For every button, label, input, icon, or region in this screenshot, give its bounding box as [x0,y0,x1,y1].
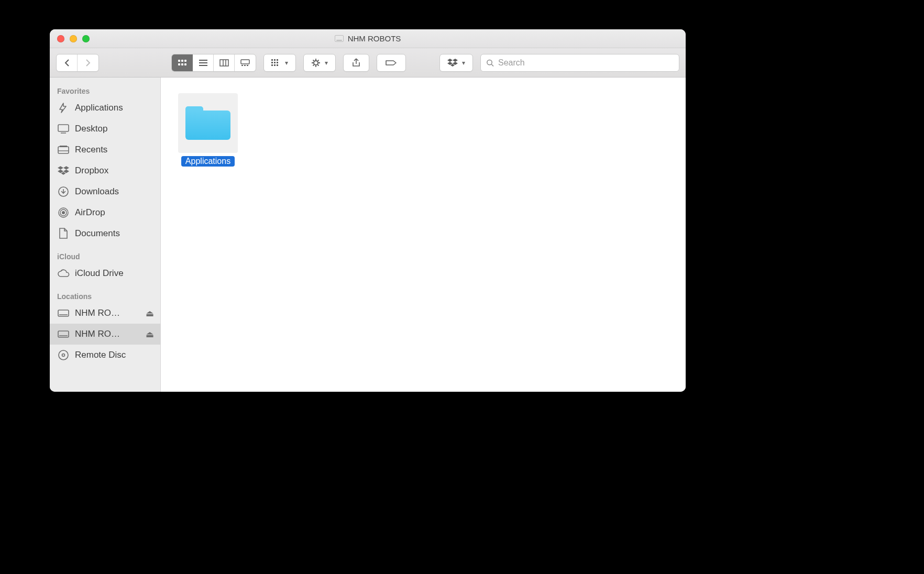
gear-icon [311,58,321,68]
recents-icon [57,144,70,156]
eject-icon[interactable]: ⏏ [145,329,155,340]
svg-rect-57 [58,331,69,337]
svg-marker-46 [58,166,63,170]
list-view-button[interactable] [193,54,214,71]
svg-rect-9 [220,60,228,66]
svg-rect-4 [181,63,183,65]
close-button[interactable] [57,35,64,42]
dropbox-toolbar-button[interactable]: ▾ [439,54,473,72]
svg-rect-43 [58,147,69,153]
action-menu-button[interactable]: ▾ [303,54,336,72]
finder-window: NHM ROBOTS [50,29,686,392]
sidebar-item-label: Downloads [75,186,119,197]
svg-rect-22 [271,64,273,66]
forward-button[interactable] [78,54,98,71]
svg-rect-12 [241,60,249,64]
window-title-text: NHM ROBOTS [348,34,401,43]
window-body: Favorites Applications Desktop Recents [50,78,686,392]
search-field[interactable] [480,54,679,72]
window-controls [50,35,90,42]
svg-rect-55 [58,310,69,316]
svg-rect-21 [277,62,278,63]
gallery-view-button[interactable] [235,54,256,71]
zoom-button[interactable] [82,35,90,42]
sidebar-item-desktop[interactable]: Desktop [50,118,160,139]
svg-rect-20 [274,62,276,63]
sidebar-item-airdrop[interactable]: AirDrop [50,202,160,223]
sidebar-item-label: NHM RO… [75,308,120,318]
sidebar-item-downloads[interactable]: Downloads [50,181,160,202]
share-icon [352,58,360,68]
svg-rect-17 [274,59,276,61]
svg-marker-34 [447,59,453,62]
sidebar-item-applications[interactable]: Applications [50,97,160,118]
folder-item-applications[interactable]: Applications [177,93,239,167]
dropbox-icon [447,59,458,67]
tag-icon [386,59,397,67]
svg-rect-41 [58,125,69,131]
documents-icon [57,227,70,240]
folder-icon [178,93,238,153]
svg-point-39 [487,60,492,64]
tags-button[interactable] [377,54,406,72]
svg-rect-15 [247,65,248,66]
desktop-icon [57,123,70,135]
svg-rect-19 [271,62,273,63]
cloud-icon [57,267,70,280]
share-button[interactable] [343,54,369,72]
titlebar: NHM ROBOTS [50,29,686,48]
chevron-down-icon: ▾ [462,59,465,67]
svg-line-40 [491,64,493,66]
sidebar-item-label: NHM RO… [75,329,120,339]
view-mode-segment [171,54,256,72]
sidebar-item-disk-1[interactable]: NHM RO… ⏏ [50,303,160,324]
search-icon [486,59,494,67]
dropbox-icon [57,164,70,177]
svg-line-30 [313,60,314,61]
content-area[interactable]: Applications [161,78,686,392]
toolbar: ▾ ▾ ▾ [50,48,686,78]
svg-point-25 [314,61,318,65]
window-title: NHM ROBOTS [50,29,686,48]
sidebar-item-label: Desktop [75,124,107,134]
sidebar-item-remote-disc[interactable]: Remote Disc [50,345,160,366]
svg-marker-50 [61,172,66,175]
svg-point-52 [62,211,65,214]
svg-rect-2 [184,60,186,62]
sidebar-item-icloud-drive[interactable]: iCloud Drive [50,263,160,284]
minimize-button[interactable] [70,35,77,42]
sidebar-item-recents[interactable]: Recents [50,139,160,160]
downloads-icon [57,185,70,198]
nav-buttons [56,54,99,72]
svg-line-32 [318,60,319,61]
svg-rect-23 [274,64,276,66]
sidebar-item-label: Dropbox [75,165,108,176]
disk-icon [57,328,70,340]
svg-rect-14 [244,65,246,66]
svg-rect-24 [277,64,278,66]
chevron-down-icon: ▾ [285,59,288,67]
sidebar-item-documents[interactable]: Documents [50,223,160,244]
sidebar-item-label: Applications [75,103,123,113]
eject-icon[interactable]: ⏏ [145,308,155,319]
search-input[interactable] [498,58,674,68]
sidebar-header-icloud: iCloud [50,249,160,263]
column-view-button[interactable] [214,54,235,71]
sidebar-item-dropbox[interactable]: Dropbox [50,160,160,181]
svg-line-33 [313,64,314,65]
svg-marker-35 [453,59,458,62]
sidebar-item-disk-2[interactable]: NHM RO… ⏏ [50,324,160,345]
sidebar-item-label: iCloud Drive [75,268,124,279]
icon-view-button[interactable] [172,54,193,71]
optical-disc-icon [57,349,70,361]
back-button[interactable] [57,54,78,71]
group-by-button[interactable]: ▾ [263,54,296,72]
svg-point-59 [59,350,68,360]
airdrop-icon [57,206,70,219]
svg-marker-47 [63,166,69,170]
sidebar-item-label: Remote Disc [75,350,126,360]
svg-rect-13 [241,65,243,66]
folder-label[interactable]: Applications [181,156,235,167]
sidebar-header-locations: Locations [50,289,160,303]
sidebar-item-label: Recents [75,145,107,155]
